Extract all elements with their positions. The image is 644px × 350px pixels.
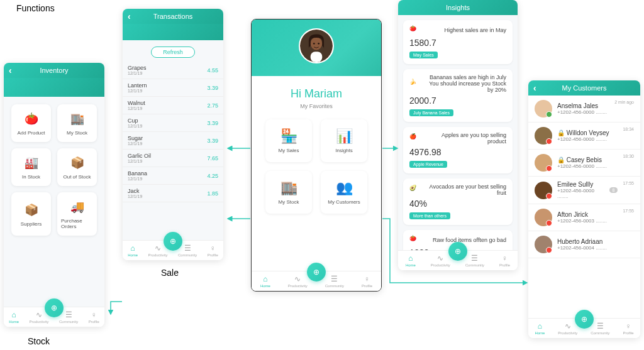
customers-title: My Customers — [562, 84, 607, 92]
insight-card[interactable]: 🍌Bananas sales are high in July You shou… — [403, 69, 513, 122]
customer-phone: +1202-456-0000 ........ — [557, 136, 618, 142]
insight-value: 4976.98 — [409, 147, 506, 157]
inventory-tile[interactable]: 🏭In Stock — [11, 148, 51, 186]
home-tile[interactable]: 🏬My Stock — [265, 171, 312, 214]
tile-icon: 🏭 — [23, 155, 40, 171]
customer-avatar — [535, 127, 552, 145]
nav-icon: ♀ — [502, 254, 508, 263]
nav-item[interactable]: ∿Productivity — [288, 275, 308, 288]
nav-item[interactable]: ♀Profile — [89, 310, 99, 324]
transaction-row[interactable]: Lantern12/1/193.39 — [123, 79, 223, 97]
bottom-nav: ⌂Home∿Productivity☰Community♀Profile⊕ — [123, 240, 223, 260]
label-functions: Functions — [16, 3, 55, 13]
nav-item[interactable]: ☰Community — [591, 322, 609, 335]
customer-time: 17:55 — [623, 209, 634, 213]
customer-row[interactable]: 🔒 Casey Bebis+1202-456-0000 ........18:3… — [528, 150, 640, 177]
nav-icon: ☰ — [184, 244, 191, 253]
insight-icon: 🍎 — [409, 133, 419, 143]
tx-name: Garlic Oil — [128, 153, 151, 159]
nav-label: Productivity — [148, 253, 168, 257]
customer-name: 🔒 Casey Bebis — [557, 156, 618, 163]
nav-item[interactable]: ♀Profile — [623, 322, 633, 335]
inventory-tile[interactable]: 📦Out of Stock — [57, 148, 97, 186]
home-tile[interactable]: 📊Insights — [321, 119, 367, 162]
customer-name: Huberto Adriaan — [557, 238, 629, 245]
nav-label: Productivity — [30, 320, 49, 324]
nav-item[interactable]: ☰Community — [325, 275, 344, 288]
nav-item[interactable]: ⌂Home — [260, 275, 270, 288]
fab-button[interactable]: ⊕ — [45, 298, 64, 317]
inventory-tile[interactable]: 🏬My Stock — [57, 104, 97, 142]
nav-item[interactable]: ⌂Home — [128, 244, 138, 257]
tile-icon: 🏬 — [280, 180, 297, 196]
inventory-tile[interactable]: 🚚Purchase Orders — [57, 192, 97, 236]
fab-button[interactable]: ⊕ — [448, 242, 467, 261]
customer-row[interactable]: Afton Jirick+1202-456-0003 ........17:55 — [528, 204, 640, 231]
insight-card[interactable]: 🍎Apples are you top selling product4976.… — [403, 127, 513, 173]
customer-time: 17:55 — [623, 181, 634, 185]
customer-row[interactable]: 🔒 Willdon Veysey+1202-456-0000 ........1… — [528, 123, 640, 150]
insight-text: Avocados are your best selling fruit — [423, 183, 506, 196]
nav-item[interactable]: ☰Community — [465, 254, 484, 267]
back-icon[interactable]: ‹ — [9, 65, 12, 75]
fab-button[interactable]: ⊕ — [164, 232, 182, 251]
insight-tag: More than others — [409, 212, 450, 219]
insight-text: Highest sales are in May — [423, 27, 506, 33]
nav-item[interactable]: ♀Profile — [208, 244, 218, 257]
insight-text: Apples are you top selling product — [423, 132, 506, 145]
transaction-row[interactable]: Cup12/1/193.39 — [123, 114, 223, 132]
inventory-tile[interactable]: 🍅Add Product — [11, 104, 51, 142]
nav-label: Community — [178, 253, 197, 257]
bottom-nav: ⌂Home∿Productivity☰Community♀Profile⊕ — [398, 250, 518, 270]
transaction-row[interactable]: Sugar12/1/193.39 — [123, 132, 223, 150]
insight-card[interactable]: 🍅Highest sales are in May1580.7May Sales — [403, 20, 513, 64]
nav-item[interactable]: ⌂Home — [406, 254, 416, 267]
nav-item[interactable]: ♀Profile — [362, 275, 372, 288]
inventory-tile[interactable]: 📦Suppliers — [11, 192, 51, 236]
tx-name: Grapes — [128, 65, 147, 71]
nav-icon: ☰ — [471, 254, 478, 263]
nav-icon: ♀ — [364, 275, 370, 283]
transaction-row[interactable]: Garlic Oil12/1/197.65 — [123, 150, 223, 167]
tile-icon: 🏪 — [280, 128, 297, 145]
tile-icon: 📦 — [69, 155, 86, 171]
tx-price: 2.75 — [207, 102, 218, 109]
nav-item[interactable]: ∿Productivity — [558, 322, 577, 335]
fab-button[interactable]: ⊕ — [575, 310, 594, 329]
transactions-title: Transactions — [153, 13, 193, 20]
transaction-row[interactable]: Jack12/1/191.85 — [123, 185, 223, 202]
refresh-button[interactable]: Refresh — [151, 46, 195, 58]
home-tile[interactable]: 🏪My Sales — [265, 119, 312, 162]
transaction-row[interactable]: Grapes12/1/194.55 — [123, 62, 223, 79]
header-poly — [4, 78, 104, 97]
nav-item[interactable]: ⌂Home — [9, 310, 19, 324]
customer-row[interactable]: Anselma Jales+1202-456-0000 ........2 mi… — [528, 96, 640, 123]
home-tile[interactable]: 👥My Customers — [321, 171, 367, 214]
avatar[interactable] — [299, 28, 334, 63]
customer-phone: +1202-456-0003 ........ — [557, 218, 618, 224]
customer-row[interactable]: Emilee Sullly+1202-456-0000 ........817:… — [528, 177, 640, 204]
transaction-row[interactable]: Banana12/1/194.25 — [123, 167, 223, 185]
tx-price: 3.39 — [207, 120, 218, 126]
nav-label: Productivity — [431, 263, 450, 267]
nav-label: Productivity — [558, 331, 577, 335]
nav-item[interactable]: ⌂Home — [535, 322, 545, 335]
nav-icon: ⌂ — [131, 244, 135, 253]
nav-item[interactable]: ∿Productivity — [431, 254, 450, 267]
nav-icon: ♀ — [91, 310, 97, 319]
inventory-header: ‹ Inventory — [4, 63, 104, 78]
nav-item[interactable]: ♀Profile — [499, 254, 510, 267]
customer-row[interactable]: Huberto Adriaan+1202-456-0004 ........ — [528, 231, 640, 258]
tile-label: Insights — [335, 148, 353, 153]
fab-button[interactable]: ⊕ — [307, 263, 326, 282]
nav-label: Productivity — [288, 284, 308, 288]
tx-price: 3.39 — [207, 85, 218, 91]
insight-card[interactable]: 🥑Avocados are your best selling fruit40%… — [403, 178, 513, 225]
back-icon[interactable]: ‹ — [128, 11, 131, 21]
nav-label: Profile — [89, 320, 99, 324]
transaction-row[interactable]: Walnut12/1/192.75 — [123, 97, 223, 114]
customer-time: 18:34 — [623, 127, 634, 131]
nav-icon: ⌂ — [538, 322, 542, 331]
back-icon[interactable]: ‹ — [533, 83, 536, 93]
insights-list: 🍅Highest sales are in May1580.7May Sales… — [398, 15, 518, 250]
